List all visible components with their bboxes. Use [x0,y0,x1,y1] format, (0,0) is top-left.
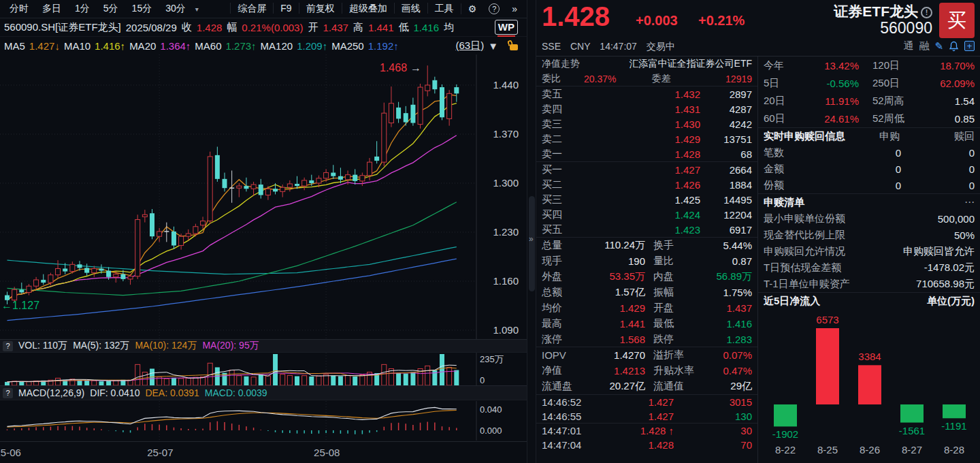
toolbar-button-5[interactable]: 工具 [427,3,461,14]
level-price: 1.429 [674,133,700,145]
level-volume: 13751 [723,133,752,145]
level-volume: 6917 [730,224,752,236]
stat-row: 总量110.24万换手5.44% [536,238,757,253]
orderbook-row-ask[interactable]: 卖二1.42913751 [536,131,757,146]
perf-label: 120日 [872,59,900,72]
perf-label: 今年 [764,59,784,72]
orderbook-row-bid[interactable]: 买五1.4236917 [536,222,757,237]
quote-detail-body: 净值走势汇添富中证全指证券公司ETF委比20.37%委差12919卖五1.432… [536,56,980,463]
info-segment: 0.21%(0.003) [242,22,303,33]
toolbar-button-4[interactable]: 画线 [394,3,427,14]
orderbook-row-bid[interactable]: 买一1.4272664 [536,162,757,177]
stat-value: 1.416 [726,318,752,330]
help-icon[interactable]: ? [3,388,13,398]
triangle-down-icon[interactable]: ▼ [488,40,498,52]
add-plus-icon[interactable]: + [964,41,975,51]
level-price: 1.430 [674,118,700,130]
perf-value: 24.61% [807,113,859,125]
more-chevron-icon[interactable]: » [505,3,524,14]
volume-chart[interactable]: 235万0 [0,353,527,385]
stat-label: 升贴水率 [653,364,694,377]
kline-chart[interactable]: 1.4401.3701.3001.2301.1601.0901.468→←1.1… [0,54,527,339]
security-name: 证券ETF龙头! [834,2,932,21]
period-tab-5[interactable]: 30分 [159,3,193,14]
svg-text:←1.127: ←1.127 [1,300,39,311]
period-tab-0[interactable]: 分时 [3,3,35,14]
ma-range-selector[interactable]: (63日) [455,39,484,52]
collapse-chevron-icon[interactable]: » [529,234,534,244]
level-price: 1.426 [674,179,700,191]
stat-value: 53.35万 [591,270,645,283]
orderbook-row-ask[interactable]: 卖四1.4314287 [536,101,757,116]
fundinfo-column: 今年13.42%120日18.70%5日-0.56%250日62.09%20日1… [758,57,980,463]
perf-label: 5日 [764,77,779,90]
svg-text:0.000: 0.000 [480,426,502,436]
ma-value: 1.427↓ [29,40,60,52]
fund-nav-row[interactable]: 净值走势汇添富中证全指证券公司ETF [536,57,757,71]
stat-label: 开盘 [653,302,674,315]
tape-row: 14:47:041.42870 [536,438,757,452]
stat-label: 跌停 [653,333,674,346]
period-tab-3[interactable]: 5分 [97,3,125,14]
wp-widget-icon[interactable]: WP [495,20,518,35]
stat-label: 外盘 [542,270,562,283]
stat-value: 0.47% [723,365,752,377]
panel-splitter[interactable]: » [527,0,536,463]
stat-value: 190 [591,255,645,267]
stat-label: IOPV [542,349,566,361]
stat-label: 现手 [542,255,562,268]
subscription-row: 笔数00 [758,144,980,161]
orderbook-row-ask[interactable]: 卖五1.4322897 [536,86,757,101]
period-tab-2[interactable]: 1分 [68,3,97,14]
info-segment: 开 [308,21,318,34]
stat-value: 0.87 [732,255,752,267]
svg-text:8-26: 8-26 [860,444,880,456]
orderbook-row-bid[interactable]: 买三1.42514495 [536,192,757,207]
perf-value: 62.09% [940,78,975,89]
period-tab-4[interactable]: 15分 [125,3,159,14]
info-icon[interactable]: ! [921,7,932,18]
stat-label: 振幅 [653,286,674,299]
volume-pane-header: ? VOL: 110万 MA(5): 132万 MA(10): 124万 MA(… [0,339,527,353]
stat-label: 均价 [542,302,562,315]
macd-chart[interactable]: 0.0400.000 [0,401,527,441]
level-price: 1.424 [674,209,700,221]
stat-label: 量比 [653,255,674,268]
unlock-icon[interactable] [509,40,519,51]
perf-label: 52周低 [872,112,904,125]
chevron-down-icon[interactable]: ▾ [193,5,201,13]
alert-bell-icon[interactable] [949,41,959,52]
help-icon[interactable]: ? [3,341,13,351]
edit-pencil-icon[interactable]: ✎ [934,40,943,52]
nav-trend-link[interactable]: 净值走势 [542,58,580,70]
price-change-pct: +0.21% [698,13,745,29]
ratio-value: 20.37% [584,74,616,84]
unit-label: 单位(万元) [927,295,975,308]
margin-tag: 通 [903,39,913,52]
toolbar-button-0[interactable]: 综合屏 [230,3,273,14]
splitter-thumb[interactable] [529,196,535,291]
ellipsis-more-icon[interactable]: ⋯ [964,196,975,208]
orderbook-row-bid[interactable]: 买二1.4261884 [536,177,757,192]
buy-button[interactable]: 买 [939,3,975,38]
diff-value: 12919 [725,74,752,84]
performance-row: 20日11.91%52周高1.54 [758,92,980,110]
orderbook-row-bid[interactable]: 买四1.42412204 [536,207,757,222]
level-price: 1.427 [674,164,700,176]
period-tab-1[interactable]: 多日 [35,3,68,14]
ma-value: 1.192↑ [368,40,399,52]
pcf-header: 申赎清单⋯ [758,194,980,210]
help-icon[interactable]: ? [489,3,500,14]
orderbook-row-ask[interactable]: 卖一1.42868 [536,146,757,161]
stat-row: 外盘53.35万内盘56.89万 [536,269,757,285]
svg-text:8-27: 8-27 [902,444,922,456]
settings-gear-icon[interactable]: ⚙ [461,3,484,14]
price-change: +0.003 [636,13,678,29]
perf-value: 11.91% [807,95,859,107]
orderbook-row-ask[interactable]: 卖三1.4304242 [536,116,757,131]
toolbar-button-1[interactable]: F9 [273,3,298,14]
toolbar-button-3[interactable]: 超级叠加 [342,3,394,14]
pcf-row: 最小申赎单位份额500,000 [758,210,980,227]
info-segment: 1.416 [414,22,440,33]
toolbar-button-2[interactable]: 前复权 [299,3,342,14]
